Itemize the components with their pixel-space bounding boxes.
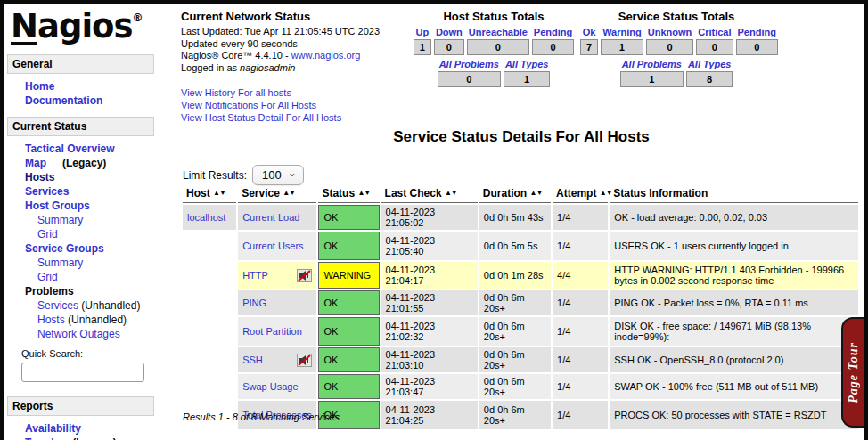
window-frame-right [864,0,868,440]
status-info-cell: SSH OK - OpenSSH_8.0 (protocol 2.0) [610,347,858,372]
current-network-status-panel: Current Network Status Last Updated: Tue… [181,10,395,124]
services-unhandled-suffix: (Unhandled) [81,299,140,312]
status-information-header-label: Status Information [613,187,708,200]
sort-arrows-icon[interactable]: ▲▼ [357,189,370,197]
sidebar-item-services-unhandled[interactable]: Services [37,299,78,312]
service-all-types-count: 8 [686,71,733,87]
view-host-status-detail-link[interactable]: View Host Status Detail For All Hosts [181,111,395,124]
host-all-types-header[interactable]: All Types [504,59,551,69]
chevron-down-icon: ⌄ [288,167,297,179]
host-all-problems-header[interactable]: All Problems [438,59,501,69]
sidebar-item-network-outages[interactable]: Network Outages [37,327,173,341]
sidebar-item-map[interactable]: Map [25,157,46,169]
col-header-service[interactable]: Service ▲▼ [238,185,316,203]
sidebar-item-tactical-overview[interactable]: Tactical Overview [25,142,173,156]
sidebar-section-reports: Reports [7,396,154,416]
status-info-cell: SWAP OK - 100% free (511 MB out of 511 M… [610,374,858,399]
sort-arrows-icon[interactable]: ▲▼ [530,189,543,197]
duration-cell: 0d 0h 5m 5s [479,232,551,260]
service-warning-count: 1 [601,39,643,55]
sidebar-item-availability[interactable]: Availability [25,421,173,436]
host-unreachable-header[interactable]: Unreachable [467,27,529,37]
sidebar-item-service-groups[interactable]: Service Groups [25,241,173,256]
host-up-header[interactable]: Up [414,27,431,37]
service-all-problems-count: 1 [620,71,684,87]
sidebar-item-host-groups[interactable]: Host Groups [25,199,173,213]
service-link-http[interactable]: HTTP [242,270,268,281]
sidebar-item-hosts[interactable]: Hosts [25,170,173,184]
sidebar-item-trends[interactable]: Trends [25,436,60,440]
attempt-cell: 1/4 [553,401,608,429]
host-cell-empty [183,374,236,399]
service-unknown-header[interactable]: Unknown [646,27,694,37]
duration-cell: 0d 0h 6m 20s+ [479,290,551,315]
status-badge-ok: OK [318,374,379,399]
page-title: Service Status Details For All Hosts [183,128,860,146]
sidebar-item-servicegroup-summary[interactable]: Summary [37,256,173,270]
results-summary: Results 1 - 8 of 8 Matching Services [183,411,340,422]
last-check-cell: 04-11-2023 21:04:17 [381,262,478,289]
table-header-row: Host ▲▼ Service ▲▼ Status ▲▼ Last Check … [183,185,858,203]
service-totals-title: Service Status Totals [577,10,775,23]
duration-cell: 0d 0h 6m 20s+ [479,374,551,399]
col-header-attempt[interactable]: Attempt ▲▼ [553,185,608,203]
col-header-host[interactable]: Host ▲▼ [183,185,236,203]
host-pending-header[interactable]: Pending [532,27,574,37]
nagios-logo[interactable]: Nagios® [5,5,173,51]
sort-arrows-icon[interactable]: ▲▼ [213,189,225,197]
quick-search-input[interactable] [21,363,144,382]
service-link-swap-usage[interactable]: Swap Usage [242,381,298,392]
service-link-ssh[interactable]: SSH [242,354,263,365]
sidebar-item-hostgroup-summary[interactable]: Summary [37,213,173,227]
sort-arrows-icon[interactable]: ▲▼ [445,189,457,197]
logged-in-text: Logged in as [181,62,240,73]
table-row: PING OK 04-11-2023 21:01:55 0d 0h 6m 20s… [183,290,858,315]
service-unknown-count: 0 [646,39,694,55]
sort-arrows-icon[interactable]: ▲▼ [600,189,612,197]
host-down-header[interactable]: Down [434,27,464,37]
col-header-last-check[interactable]: Last Check ▲▼ [381,185,478,203]
service-pending-count: 0 [736,39,778,55]
sidebar-item-home[interactable]: Home [25,79,173,94]
status-badge-ok: OK [318,290,379,315]
service-pending-header[interactable]: Pending [736,27,778,37]
page-tour-tab[interactable]: Page Tour [841,317,864,428]
host-cell-empty [183,317,236,346]
status-badge-ok: OK [318,317,379,346]
sort-arrows-icon[interactable]: ▲▼ [283,189,295,197]
service-all-problems-header[interactable]: All Problems [620,59,684,69]
host-all-problems-count: 0 [438,71,501,87]
service-link-current-users[interactable]: Current Users [242,240,303,251]
limit-results-select[interactable]: 100⌄ [252,165,304,185]
page-tour-label: Page Tour [847,342,861,403]
host-link-localhost[interactable]: localhost [187,212,225,223]
sidebar-item-services[interactable]: Services [25,184,173,199]
view-notifications-link[interactable]: View Notifications For All Hosts [181,99,395,111]
host-unreachable-count: 0 [467,39,529,55]
col-header-status[interactable]: Status ▲▼ [318,185,379,203]
service-ok-header[interactable]: Ok [580,27,598,37]
view-history-link[interactable]: View History For all hosts [181,86,395,99]
status-header-label: Status [322,187,355,200]
service-link-root-partition[interactable]: Root Partition [242,326,302,337]
logged-in-user: nagiosadmin [240,62,295,73]
nagios-org-link[interactable]: www.nagios.org [291,50,361,61]
service-link-current-load[interactable]: Current Load [242,212,299,223]
service-critical-header[interactable]: Critical [696,27,733,37]
sidebar-item-hostgroup-grid[interactable]: Grid [37,227,173,241]
service-warning-header[interactable]: Warning [601,27,643,37]
sidebar-item-hosts-unhandled[interactable]: Hosts [37,314,65,326]
col-header-duration[interactable]: Duration ▲▼ [479,185,551,203]
attempt-cell: 4/4 [553,262,608,289]
service-link-ping[interactable]: PING [242,297,266,308]
host-pending-count: 0 [532,39,574,55]
sidebar-item-servicegroup-grid[interactable]: Grid [37,270,173,284]
table-row: localhost Current Load OK 04-11-2023 21:… [183,205,858,230]
sidebar-item-documentation[interactable]: Documentation [25,94,173,108]
attempt-cell: 1/4 [553,347,608,372]
sidebar: Nagios® General Home Documentation Curre… [5,5,173,440]
service-status-totals: Service Status Totals Ok Warning Unknown… [577,10,775,89]
logo-rest: agios [37,7,133,45]
service-all-types-header[interactable]: All Types [686,59,733,69]
attempt-cell: 1/4 [553,317,608,346]
